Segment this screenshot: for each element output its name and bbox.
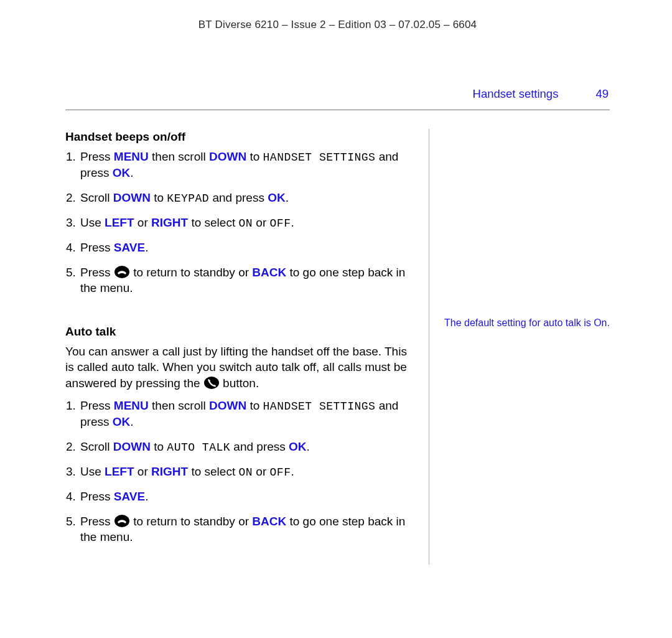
text: Press — [80, 399, 114, 412]
step: Press to return to standby or BACK to go… — [79, 265, 414, 296]
text: and press — [209, 191, 268, 204]
step: Use LEFT or RIGHT to select ON or OFF. — [79, 215, 414, 231]
steps-auto-talk: Press MENU then scroll DOWN to HANDSET S… — [65, 398, 414, 545]
section-auto-talk: Auto talk You can answer a call just by … — [65, 324, 414, 545]
text: then scroll — [149, 150, 209, 163]
screen-text: ON — [238, 466, 253, 479]
text: to return to standby or — [130, 515, 252, 528]
text: . — [145, 241, 148, 254]
keyword: BACK — [252, 515, 286, 528]
keyword: OK — [289, 440, 307, 453]
end-call-icon — [114, 265, 130, 279]
text: Use — [80, 465, 105, 478]
screen-text: KEYPAD — [167, 192, 209, 205]
text: Scroll — [80, 440, 113, 453]
text: then scroll — [149, 399, 209, 412]
running-header: Handset settings 49 — [65, 87, 610, 110]
side-column: The default setting for auto talk is On. — [429, 129, 610, 565]
text: to return to standby or — [130, 266, 252, 279]
text: to — [151, 440, 167, 453]
screen-text: ON — [238, 217, 253, 230]
text: to — [246, 150, 263, 163]
end-call-icon — [114, 514, 130, 528]
keyword: OK — [268, 191, 286, 204]
keyword: DOWN — [113, 440, 151, 453]
keyword: BACK — [252, 266, 286, 279]
keyword: DOWN — [209, 150, 246, 163]
text: . — [291, 216, 294, 229]
text: Scroll — [80, 191, 113, 204]
text: Press — [80, 490, 114, 503]
screen-text: OFF — [270, 217, 291, 230]
keyword: LEFT — [105, 216, 134, 229]
keyword: OK — [113, 166, 131, 179]
keyword: MENU — [114, 150, 149, 163]
intro-auto-talk: You can answer a call just by lifting th… — [65, 344, 414, 392]
doc-header: BT Diverse 6210 – Issue 2 – Edition 03 –… — [65, 19, 610, 31]
text: or — [134, 465, 151, 478]
text: to select — [188, 216, 238, 229]
text: or — [253, 216, 269, 229]
page: BT Diverse 6210 – Issue 2 – Edition 03 –… — [0, 0, 672, 583]
step: Use LEFT or RIGHT to select ON or OFF. — [79, 464, 414, 480]
text: and press — [230, 440, 289, 453]
svg-point-1 — [204, 377, 219, 389]
text: . — [145, 490, 148, 503]
heading-auto-talk: Auto talk — [65, 324, 414, 340]
step: Press to return to standby or BACK to go… — [79, 514, 414, 545]
text: Press — [80, 266, 114, 279]
text: to — [246, 399, 263, 412]
step: Press MENU then scroll DOWN to HANDSET S… — [79, 149, 414, 181]
screen-text: AUTO TALK — [167, 441, 230, 454]
text: Press — [80, 241, 114, 254]
heading-handset-beeps: Handset beeps on/off — [65, 129, 414, 145]
steps-handset-beeps: Press MENU then scroll DOWN to HANDSET S… — [65, 149, 414, 296]
text: . — [130, 166, 133, 179]
keyword: SAVE — [114, 241, 145, 254]
text: . — [130, 415, 133, 428]
text: . — [291, 465, 294, 478]
keyword: OK — [113, 415, 131, 428]
text: or — [253, 465, 269, 478]
step: Scroll DOWN to KEYPAD and press OK. — [79, 190, 414, 206]
talk-icon — [203, 375, 220, 390]
keyword: LEFT — [105, 465, 134, 478]
text: or — [134, 216, 151, 229]
main-column: Handset beeps on/off Press MENU then scr… — [65, 129, 429, 565]
keyword: DOWN — [209, 399, 246, 412]
page-number: 49 — [595, 87, 609, 101]
section-handset-beeps: Handset beeps on/off Press MENU then scr… — [65, 129, 414, 296]
text: . — [286, 191, 289, 204]
step: Press SAVE. — [79, 489, 414, 505]
screen-text: OFF — [270, 466, 291, 479]
screen-text: HANDSET SETTINGS — [263, 151, 376, 164]
screen-text: HANDSET SETTINGS — [263, 400, 376, 413]
side-note-auto-talk: The default setting for auto talk is On. — [444, 317, 610, 330]
text: Press — [80, 515, 114, 528]
section-title: Handset settings — [473, 87, 559, 101]
keyword: MENU — [114, 399, 149, 412]
content-columns: Handset beeps on/off Press MENU then scr… — [65, 129, 610, 565]
keyword: DOWN — [113, 191, 151, 204]
keyword: SAVE — [114, 490, 145, 503]
text: button. — [220, 377, 259, 390]
text: to select — [188, 465, 238, 478]
step: Scroll DOWN to AUTO TALK and press OK. — [79, 439, 414, 455]
text: Use — [80, 216, 105, 229]
text: to — [151, 191, 167, 204]
keyword: RIGHT — [151, 216, 188, 229]
step: Press MENU then scroll DOWN to HANDSET S… — [79, 398, 414, 430]
text: . — [307, 440, 310, 453]
step: Press SAVE. — [79, 240, 414, 256]
text: Press — [80, 150, 114, 163]
keyword: RIGHT — [151, 465, 188, 478]
